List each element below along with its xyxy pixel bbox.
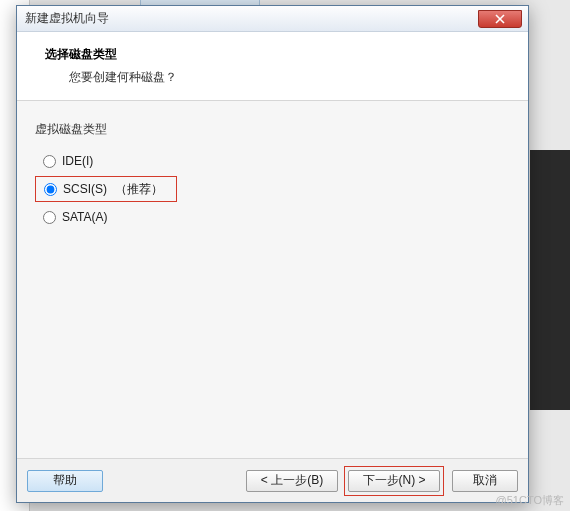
radio-sata-input[interactable] bbox=[43, 211, 56, 224]
window-title: 新建虚拟机向导 bbox=[25, 10, 109, 27]
cancel-button[interactable]: 取消 bbox=[452, 470, 518, 492]
radio-scsi-input[interactable] bbox=[44, 183, 57, 196]
next-button[interactable]: 下一步(N) > bbox=[348, 470, 440, 492]
wizard-subheading: 您要创建何种磁盘？ bbox=[69, 69, 506, 86]
titlebar: 新建虚拟机向导 bbox=[17, 6, 528, 32]
close-button[interactable] bbox=[478, 10, 522, 28]
radio-option-ide[interactable]: IDE(I) bbox=[35, 148, 510, 174]
radio-ide-label: IDE(I) bbox=[62, 154, 93, 168]
close-icon bbox=[495, 14, 505, 24]
wizard-heading: 选择磁盘类型 bbox=[45, 46, 506, 63]
wizard-content: 虚拟磁盘类型 IDE(I) SCSI(S) （推荐） SATA(A) bbox=[17, 101, 528, 481]
radio-ide-input[interactable] bbox=[43, 155, 56, 168]
help-button[interactable]: 帮助 bbox=[27, 470, 103, 492]
background-dark-panel bbox=[530, 150, 570, 410]
next-button-highlight: 下一步(N) > bbox=[344, 466, 444, 496]
radio-option-scsi[interactable]: SCSI(S) （推荐） bbox=[35, 176, 177, 202]
watermark: @51CTO博客 bbox=[496, 493, 564, 508]
back-button[interactable]: < 上一步(B) bbox=[246, 470, 338, 492]
new-vm-wizard-dialog: 新建虚拟机向导 选择磁盘类型 您要创建何种磁盘？ 虚拟磁盘类型 IDE(I) S… bbox=[16, 5, 529, 503]
radio-option-sata[interactable]: SATA(A) bbox=[35, 204, 510, 230]
wizard-button-bar: 帮助 < 上一步(B) 下一步(N) > 取消 bbox=[17, 458, 528, 502]
disk-type-group-label: 虚拟磁盘类型 bbox=[35, 121, 510, 138]
radio-sata-label: SATA(A) bbox=[62, 210, 108, 224]
wizard-heading-area: 选择磁盘类型 您要创建何种磁盘？ bbox=[17, 32, 528, 101]
radio-scsi-label: SCSI(S) bbox=[63, 182, 107, 196]
recommended-label: （推荐） bbox=[115, 181, 163, 198]
